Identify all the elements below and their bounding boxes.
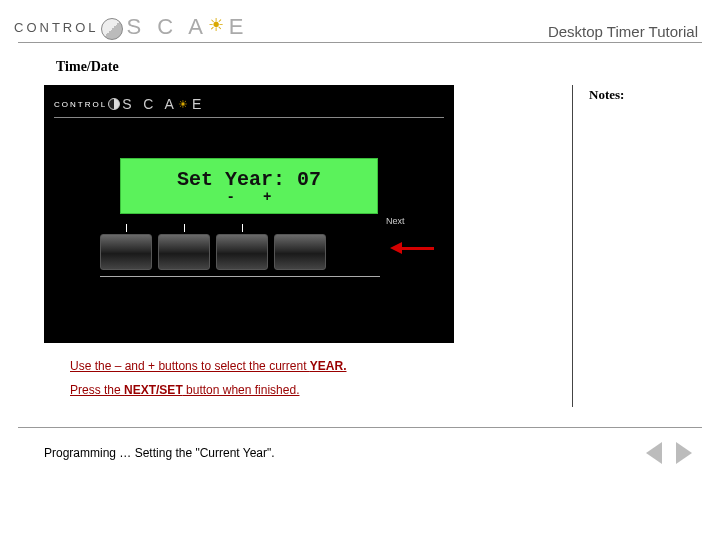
- hw-button-4[interactable]: [274, 224, 326, 270]
- pointer-arrow-icon: [390, 242, 434, 254]
- prev-slide-button[interactable]: [646, 442, 662, 464]
- instruction-line-1: Use the – and + buttons to select the cu…: [70, 359, 558, 373]
- column-divider: [572, 85, 573, 407]
- sun-icon: ☀: [178, 98, 192, 111]
- next-label: Next: [386, 216, 405, 226]
- lcd-sub-line: - +: [227, 189, 272, 205]
- device-divider: [54, 117, 444, 118]
- device-screenshot: CONTROL S C A ☀ E Set Year: 07 - +: [44, 85, 454, 343]
- button-underline: [100, 276, 380, 277]
- device-brand: CONTROL S C A ☀ E: [54, 93, 444, 115]
- slide-nav: [646, 442, 692, 464]
- brand-control-text: CONTROL: [14, 20, 99, 35]
- brand-logo: CONTROL S C A ☀ E: [14, 14, 249, 40]
- notes-column: Notes:: [583, 85, 702, 407]
- hw-button-1[interactable]: [100, 224, 152, 270]
- lcd-main-line: Set Year: 07: [177, 168, 321, 191]
- moon-icon: [108, 98, 120, 110]
- instructions: Use the – and + buttons to select the cu…: [44, 343, 558, 397]
- hw-button-2[interactable]: [158, 224, 210, 270]
- instruction-line-2: Press the NEXT/SET button when finished.: [70, 383, 558, 397]
- content-columns: CONTROL S C A ☀ E Set Year: 07 - +: [0, 85, 720, 407]
- page-title: Desktop Timer Tutorial: [548, 23, 702, 40]
- minus-label: -: [227, 189, 235, 205]
- page-header: CONTROL S C A ☀ E Desktop Timer Tutorial: [0, 0, 720, 40]
- main-column: CONTROL S C A ☀ E Set Year: 07 - +: [18, 85, 558, 407]
- plus-label: +: [263, 189, 271, 205]
- hardware-button-row: Next Set: [100, 224, 444, 270]
- lcd-display: Set Year: 07 - +: [120, 158, 378, 214]
- page-footer: Programming … Setting the "Current Year"…: [0, 428, 720, 464]
- hw-button-3[interactable]: [216, 224, 268, 270]
- sun-icon: ☀: [208, 14, 229, 36]
- next-slide-button[interactable]: [676, 442, 692, 464]
- footer-text: Programming … Setting the "Current Year"…: [44, 446, 275, 460]
- notes-label: Notes:: [589, 87, 702, 103]
- clock-icon: [101, 18, 123, 40]
- brand-scape-text: S C A ☀ E: [127, 14, 249, 40]
- section-title: Time/Date: [0, 43, 720, 85]
